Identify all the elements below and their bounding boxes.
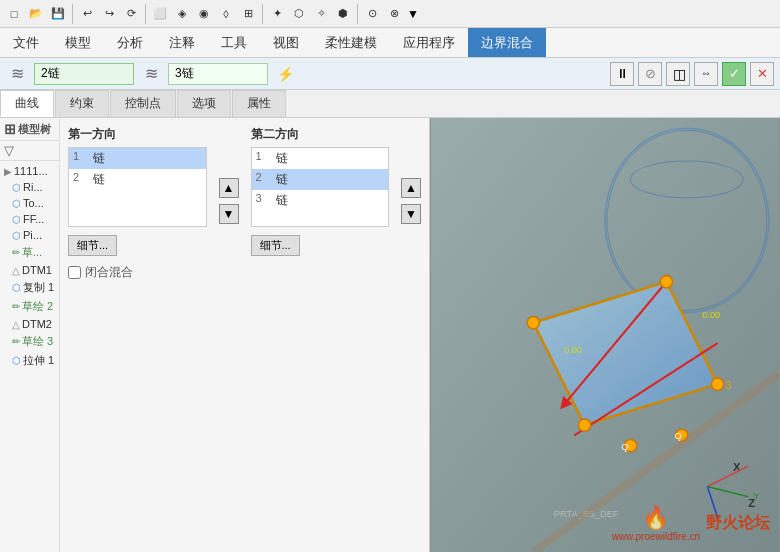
tree-item-pi-label: Pi...	[23, 229, 42, 241]
filter-icon[interactable]: ▽	[4, 143, 14, 158]
feature-controls: ⏸ ⊘ ◫ ◦◦ ✓ ✕	[610, 62, 774, 86]
feature-bar: ≋ 2链 ≋ 3链 ⚡ ⏸ ⊘ ◫ ◦◦ ✓ ✕	[0, 58, 780, 90]
redo-btn[interactable]: ↪	[99, 4, 119, 24]
tree-item-extrude1-label: 拉伸 1	[23, 353, 54, 368]
detail-btn-2[interactable]: 细节...	[251, 235, 300, 256]
tree-item-extrude1[interactable]: ⬡ 拉伸 1	[2, 351, 57, 370]
direction1-box: 第一方向 1 链 2 链 细节...	[68, 126, 207, 256]
chain-d2-num1: 1	[256, 150, 276, 167]
tree-item-sketch3-label: 草绘 3	[22, 334, 53, 349]
menu-app[interactable]: 应用程序	[390, 28, 468, 57]
view-btn5[interactable]: ⊞	[238, 4, 258, 24]
tree-item-dtm2[interactable]: △ DTM2	[2, 316, 57, 332]
tree-item-copy1[interactable]: ⬡ 复制 1	[2, 278, 57, 297]
viewport[interactable]: Q Q 0.00 0.00 3 X Z Y PRTA_SS_DEF	[430, 118, 780, 552]
svg-text:Q: Q	[621, 442, 628, 452]
tab-options[interactable]: 选项	[177, 90, 231, 117]
confirm-btn[interactable]: ✓	[722, 62, 746, 86]
tree-item-pi[interactable]: ⬡ Pi...	[2, 227, 57, 243]
misc-btn2[interactable]: ⬡	[289, 4, 309, 24]
preview1-btn[interactable]: ◫	[666, 62, 690, 86]
menu-view[interactable]: 视图	[260, 28, 312, 57]
to-icon: ⬡	[12, 198, 21, 209]
svg-point-11	[527, 317, 539, 329]
chain-d2-item3[interactable]: 3 链	[252, 190, 389, 211]
open-btn[interactable]: 📂	[26, 4, 46, 24]
menu-annotation[interactable]: 注释	[156, 28, 208, 57]
closed-blend-label: 闭合混合	[85, 264, 133, 281]
chain-icon-2: ≋	[140, 63, 162, 85]
tab-constraints[interactable]: 约束	[55, 90, 109, 117]
menu-boundary-blend[interactable]: 边界混合	[468, 28, 546, 57]
tree-item-ff[interactable]: ⬡ FF...	[2, 211, 57, 227]
chain-d2-label2: 链	[276, 171, 385, 188]
regen-btn[interactable]: ⟳	[121, 4, 141, 24]
tree-item-root[interactable]: ▶ 1111...	[2, 163, 57, 179]
menu-analysis[interactable]: 分析	[104, 28, 156, 57]
move-up-btn-1[interactable]: ▲	[219, 178, 239, 198]
closed-blend-checkbox[interactable]	[68, 266, 81, 279]
ri-icon: ⬡	[12, 182, 21, 193]
tree-item-copy1-label: 复制 1	[23, 280, 54, 295]
chain-input-1[interactable]: 2链	[34, 63, 134, 85]
misc-btn5[interactable]: ⊙	[362, 4, 382, 24]
pause-btn[interactable]: ⏸	[610, 62, 634, 86]
dtm1-icon: △	[12, 265, 20, 276]
sketch1-icon: ✏	[12, 247, 20, 258]
undo-btn[interactable]: ↩	[77, 4, 97, 24]
view-btn1[interactable]: ⬜	[150, 4, 170, 24]
menu-tools[interactable]: 工具	[208, 28, 260, 57]
detail-btn-1[interactable]: 细节...	[68, 235, 117, 256]
move-down-btn-2[interactable]: ▼	[401, 204, 421, 224]
save-btn[interactable]: 💾	[48, 4, 68, 24]
chain-d1-item2[interactable]: 2 链	[69, 169, 206, 190]
cancel-btn[interactable]: ✕	[750, 62, 774, 86]
tree-item-ri[interactable]: ⬡ Ri...	[2, 179, 57, 195]
view-btn4[interactable]: ◊	[216, 4, 236, 24]
svg-text:0.00: 0.00	[564, 345, 582, 355]
tree-item-to-label: To...	[23, 197, 44, 209]
chain-d1-item1[interactable]: 1 链	[69, 148, 206, 169]
tree-item-sketch3[interactable]: ✏ 草绘 3	[2, 332, 57, 351]
move-up-btn-2[interactable]: ▲	[401, 178, 421, 198]
watermark: 🔥 www.proewildfire.cn 野火论坛	[612, 505, 770, 542]
sep2	[145, 4, 146, 24]
direction1-title: 第一方向	[68, 126, 207, 143]
sep3	[262, 4, 263, 24]
tree-item-dtm1[interactable]: △ DTM1	[2, 262, 57, 278]
tab-properties[interactable]: 属性	[232, 90, 286, 117]
chain-d2-item1[interactable]: 1 链	[252, 148, 389, 169]
sidebar: ⊞ 模型树 ▽ ▶ 1111... ⬡ Ri... ⬡ To... ⬡ FF..…	[0, 118, 60, 552]
tab-control-points[interactable]: 控制点	[110, 90, 176, 117]
view-btn3[interactable]: ◉	[194, 4, 214, 24]
tree-item-to[interactable]: ⬡ To...	[2, 195, 57, 211]
chain-edit-icon[interactable]: ⚡	[274, 63, 296, 85]
chain-input-2[interactable]: 3链	[168, 63, 268, 85]
menu-file[interactable]: 文件	[0, 28, 52, 57]
stop-btn[interactable]: ⊘	[638, 62, 662, 86]
arrow-controls-2: ▲ ▼	[401, 126, 421, 256]
copy1-icon: ⬡	[12, 282, 21, 293]
main-area: ⊞ 模型树 ▽ ▶ 1111... ⬡ Ri... ⬡ To... ⬡ FF..…	[0, 118, 780, 552]
preview2-btn[interactable]: ◦◦	[694, 62, 718, 86]
tab-curves[interactable]: 曲线	[0, 90, 54, 117]
chain-d2-num3: 3	[256, 192, 276, 209]
misc-btn4[interactable]: ⬢	[333, 4, 353, 24]
toolbar-dropdown[interactable]: ▼	[406, 4, 420, 24]
new-btn[interactable]: □	[4, 4, 24, 24]
menu-model[interactable]: 模型	[52, 28, 104, 57]
misc-btn6[interactable]: ⊗	[384, 4, 404, 24]
tree-item-sketch2[interactable]: ✏ 草绘 2	[2, 297, 57, 316]
move-down-btn-1[interactable]: ▼	[219, 204, 239, 224]
tree-item-sketch1[interactable]: ✏ 草...	[2, 243, 57, 262]
flame-icon: 🔥	[642, 505, 669, 531]
menu-flex[interactable]: 柔性建模	[312, 28, 390, 57]
sketch3-icon: ✏	[12, 336, 20, 347]
misc-btn1[interactable]: ✦	[267, 4, 287, 24]
misc-btn3[interactable]: ✧	[311, 4, 331, 24]
view-btn2[interactable]: ◈	[172, 4, 192, 24]
pi-icon: ⬡	[12, 230, 21, 241]
svg-point-12	[660, 276, 672, 288]
chain-d1-num1: 1	[73, 150, 93, 167]
chain-d2-item2[interactable]: 2 链	[252, 169, 389, 190]
